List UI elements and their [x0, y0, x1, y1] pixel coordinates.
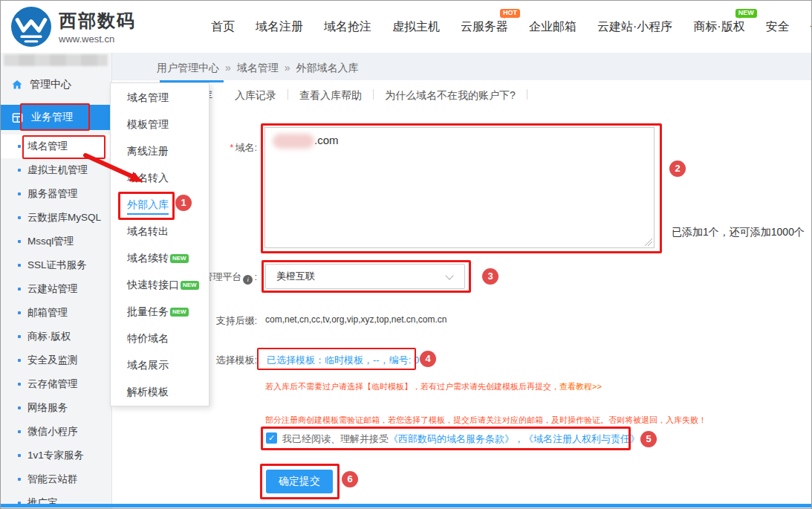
submenu-item-domain-transfer-out[interactable]: 域名转出 — [111, 218, 209, 244]
nav-label: 首页 — [211, 20, 235, 33]
nav-label: 安全 — [766, 20, 790, 33]
label-colon: : — [254, 271, 257, 282]
info-icon[interactable]: i — [243, 275, 253, 285]
submenu-label: 批量任务 — [127, 305, 169, 317]
platform-select[interactable]: 美橙互联 — [265, 264, 465, 289]
supported-suffix-value: com,net,cn,cc,tv,org,vip,xyz,top,net.cn,… — [265, 314, 447, 325]
submenu-item-dns-template[interactable]: 解析模板 — [111, 378, 209, 405]
logo-text: 西部数码 www.west.cn — [59, 9, 136, 45]
logo-title: 西部数码 — [59, 9, 136, 33]
view-tutorial-link[interactable]: 查看教程>> — [559, 382, 602, 391]
nav-item-sitebuilder[interactable]: 云建站·小程序 — [597, 19, 672, 35]
submenu-label: 域名管理 — [127, 91, 169, 103]
submenu-item-domain-renew-transfer[interactable]: 域名续转NEW — [111, 244, 209, 271]
submenu-item-domain-transfer-in[interactable]: 域名转入 — [111, 164, 209, 191]
submenu-item-domain-mgmt[interactable]: 域名管理 — [111, 84, 209, 111]
site-logo[interactable]: 西部数码 www.west.cn — [11, 7, 136, 47]
label-text: 域名: — [235, 142, 257, 153]
nav-item-home[interactable]: 首页 — [211, 19, 235, 35]
submenu-item-batch-tasks[interactable]: 批量任务NEW — [111, 298, 209, 325]
top-navigation: 首页 域名注册 域名抢注 虚拟主机 云服务器HOT 企业邮箱 云建站·小程序 商… — [211, 1, 812, 53]
nav-label: 虚拟主机 — [392, 20, 440, 33]
submit-button[interactable]: 确定提交 — [266, 470, 333, 493]
submenu-label: 快速转接口 — [127, 279, 179, 291]
nav-item-trademark[interactable]: 商标·版权NEW — [693, 19, 744, 35]
new-badge: NEW — [170, 254, 189, 263]
chevron-down-icon — [445, 271, 453, 279]
submenu-label: 模板管理 — [127, 118, 169, 130]
new-badge: NEW — [181, 281, 199, 290]
hot-badge: HOT — [500, 9, 520, 18]
nav-label: 商标·版权 — [693, 20, 744, 33]
step-badge-5: 5 — [640, 431, 657, 447]
nav-label: 云服务器 — [461, 20, 508, 33]
platform-selected-value: 美橙互联 — [276, 270, 315, 282]
submenu-item-offline-register[interactable]: 离线注册 — [111, 137, 209, 164]
required-asterisk: * — [230, 142, 233, 153]
step-badge-6: 6 — [342, 471, 358, 487]
submenu-label: 域名转入 — [127, 172, 169, 184]
step-badge-2: 2 — [669, 161, 686, 177]
submenu-item-quick-transfer-api[interactable]: 快速转接口NEW — [111, 271, 209, 298]
redacted-domain-name — [273, 134, 314, 149]
agreement-terms-links[interactable]: 《西部数码的域名服务条款》，《域名注册人权利与责任》 — [389, 433, 640, 444]
verify-email-warning-text: 部分注册商创建模板需验证邮箱，若您选择了模板，提交后请关注对应的邮箱，及时操作验… — [265, 415, 707, 426]
agreement-checkbox[interactable]: ✓ — [266, 432, 277, 444]
nav-item-cloud-server[interactable]: 云服务器HOT — [461, 19, 508, 35]
domain-suffix-text: .com — [314, 134, 339, 146]
submenu-item-template-mgmt[interactable]: 模板管理 — [111, 111, 209, 137]
new-badge: NEW — [170, 308, 189, 317]
domain-counter-text: 已添加1个，还可添加1000个 — [672, 226, 805, 239]
selected-template-link[interactable]: 已选择模板：临时模板，--，编号: 0 — [267, 354, 419, 367]
nav-label: 云建站·小程序 — [597, 20, 672, 33]
domain-mgmt-submenu: 域名管理 模板管理 离线注册 域名转入 外部入库 域名转出 域名续转NEW 快速… — [110, 82, 210, 406]
resize-handle[interactable] — [645, 239, 652, 246]
submenu-item-special-price-domains[interactable]: 特价域名 — [111, 325, 209, 351]
logo-url: www.west.cn — [59, 33, 136, 45]
check-icon: ✓ — [268, 433, 275, 442]
submenu-label: 域名展示 — [127, 359, 169, 371]
step-badge-1: 1 — [175, 195, 192, 211]
submenu-item-domain-showcase[interactable]: 域名展示 — [111, 351, 209, 378]
nav-item-domain-register[interactable]: 域名注册 — [256, 19, 303, 35]
agreement-text: 我已经阅读、理解并接受《西部数码的域名服务条款》，《域名注册人权利与责任》 — [282, 432, 640, 446]
template-tip-text: 若入库后不需要过户请选择【临时模板】，若有过户需求请先创建模板后再提交，查看教程… — [265, 381, 602, 392]
submenu-label: 外部入库 — [127, 198, 169, 215]
nav-item-security[interactable]: 安全 — [766, 19, 790, 35]
nav-label: 域名抢注 — [324, 20, 371, 33]
nav-item-domain-backorder[interactable]: 域名抢注 — [324, 19, 371, 35]
submenu-item-external-warehouse[interactable]: 外部入库 — [111, 191, 209, 218]
submenu-label: 域名续转 — [127, 252, 169, 264]
step-badge-3: 3 — [482, 268, 498, 285]
nav-item-virtual-host[interactable]: 虚拟主机 — [392, 19, 440, 35]
page-root: 西部数码 www.west.cn 首页 域名注册 域名抢注 虚拟主机 云服务器H… — [0, 0, 812, 509]
nav-item-enterprise-mail[interactable]: 企业邮箱 — [529, 19, 576, 35]
nav-label: 域名注册 — [256, 20, 303, 33]
tip-text: 若入库后不需要过户请选择【临时模板】，若有过户需求请先创建模板后再提交， — [265, 382, 559, 391]
agreement-prefix: 我已经阅读、理解并接受 — [282, 433, 389, 444]
submenu-label: 离线注册 — [127, 145, 169, 157]
submenu-label: 域名转出 — [127, 225, 169, 237]
step-badge-4: 4 — [420, 351, 436, 367]
submenu-label: 特价域名 — [127, 332, 169, 344]
submenu-label: 解析模板 — [127, 386, 169, 398]
bottom-accent-bar — [1, 504, 811, 508]
new-badge: NEW — [735, 9, 757, 18]
logo-globe-icon — [11, 7, 51, 47]
domain-textarea[interactable]: .com — [264, 127, 655, 248]
nav-label: 企业邮箱 — [529, 20, 576, 33]
top-header: 西部数码 www.west.cn 首页 域名注册 域名抢注 虚拟主机 云服务器H… — [1, 1, 811, 53]
